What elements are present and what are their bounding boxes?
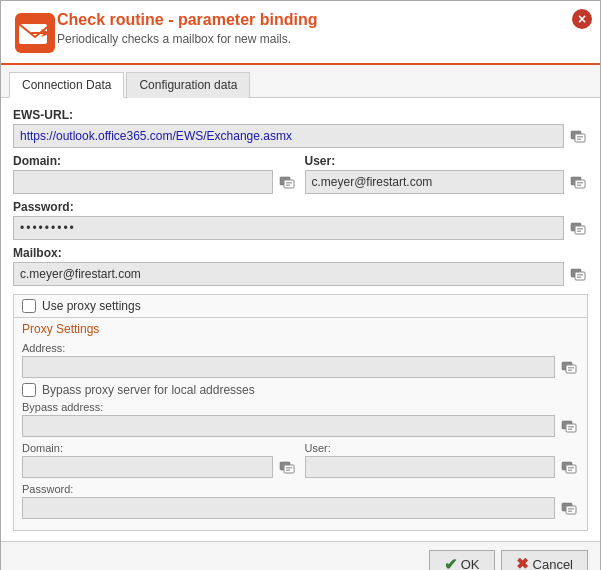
mailbox-group: Mailbox: [13,246,588,286]
svg-rect-17 [575,226,585,234]
proxy-user-row [305,456,580,478]
svg-rect-6 [577,136,583,138]
proxy-password-row [22,497,579,519]
ews-url-binding-icon[interactable] [568,126,588,146]
cancel-x-icon: ✖ [516,555,529,570]
use-proxy-checkbox[interactable] [22,299,36,313]
proxy-title: Proxy Settings [14,318,587,338]
svg-rect-39 [568,470,572,472]
proxy-domain-label: Domain: [22,442,297,454]
svg-rect-7 [577,139,581,141]
svg-rect-35 [286,470,290,472]
dialog-subtitle: Periodically checks a mailbox for new ma… [57,32,588,46]
svg-rect-38 [568,467,574,469]
svg-rect-31 [568,429,572,431]
svg-rect-33 [284,465,294,473]
proxy-address-row [22,356,579,378]
bypass-address-row [22,415,579,437]
tab-configuration-data[interactable]: Configuration data [126,72,250,98]
user-label: User: [305,154,589,168]
bypass-proxy-row: Bypass proxy server for local addresses [22,383,579,397]
domain-input[interactable] [13,170,273,194]
domain-col: Domain: [13,154,297,194]
password-input[interactable] [13,216,564,240]
proxy-user-input[interactable] [305,456,556,478]
proxy-domain-col: Domain: [22,442,297,483]
close-button[interactable]: × [572,9,592,29]
dialog-title: Check routine - parameter binding [57,11,588,29]
svg-rect-5 [575,134,585,142]
password-group: Password: [13,200,588,240]
proxy-password-label: Password: [22,483,579,495]
svg-rect-23 [577,277,581,279]
tab-bar: Connection Data Configuration data [1,65,600,98]
proxy-password-binding-icon[interactable] [559,498,579,518]
dialog-header: Check routine - parameter binding Period… [1,1,600,65]
svg-rect-19 [577,231,581,233]
svg-rect-9 [284,180,294,188]
proxy-body: Proxy Settings Address: [14,317,587,530]
domain-user-group: Domain: User: [13,154,588,194]
domain-binding-icon[interactable] [277,172,297,192]
svg-rect-27 [568,370,572,372]
proxy-user-label: User: [305,442,580,454]
svg-rect-13 [575,180,585,188]
proxy-inner: Address: [14,338,587,530]
ok-label: OK [461,557,480,571]
mailbox-label: Mailbox: [13,246,588,260]
bypass-address-label: Bypass address: [22,401,579,413]
password-binding-icon[interactable] [568,218,588,238]
password-label: Password: [13,200,588,214]
svg-rect-10 [286,182,292,184]
check-icon: ✔ [444,555,457,571]
user-binding-icon[interactable] [568,172,588,192]
mailbox-input[interactable] [13,262,564,286]
dialog: Check routine - parameter binding Period… [0,0,601,570]
svg-rect-3 [31,32,45,34]
proxy-domain-row [22,456,297,478]
proxy-domain-user-group: Domain: [22,442,579,483]
header-text: Check routine - parameter binding Period… [57,11,588,46]
cancel-label: Cancel [533,557,573,571]
svg-rect-29 [566,424,576,432]
svg-rect-18 [577,228,583,230]
proxy-user-binding-icon[interactable] [559,457,579,477]
svg-rect-30 [568,426,574,428]
ok-button[interactable]: ✔ OK [429,550,495,570]
bypass-proxy-checkbox[interactable] [22,383,36,397]
mailbox-row [13,262,588,286]
tab-connection-data[interactable]: Connection Data [9,72,124,98]
ews-url-row [13,124,588,148]
svg-rect-41 [566,506,576,514]
password-row [13,216,588,240]
ews-url-input[interactable] [13,124,564,148]
cancel-button[interactable]: ✖ Cancel [501,550,588,570]
proxy-address-input[interactable] [22,356,555,378]
bypass-address-input[interactable] [22,415,555,437]
svg-rect-15 [577,185,581,187]
svg-rect-34 [286,467,292,469]
bypass-proxy-label: Bypass proxy server for local addresses [42,383,255,397]
domain-label: Domain: [13,154,297,168]
use-proxy-row: Use proxy settings [14,295,587,317]
svg-rect-26 [568,367,574,369]
dialog-body: EWS-URL: Domain: [1,98,600,541]
domain-row [13,170,297,194]
proxy-user-col: User: [305,442,580,483]
user-input[interactable] [305,170,565,194]
use-proxy-label: Use proxy settings [42,299,141,313]
ews-url-label: EWS-URL: [13,108,588,122]
proxy-address-binding-icon[interactable] [559,357,579,377]
svg-rect-43 [568,511,572,513]
proxy-domain-binding-icon[interactable] [277,457,297,477]
svg-rect-37 [566,465,576,473]
proxy-domain-input[interactable] [22,456,273,478]
proxy-password-input[interactable] [22,497,555,519]
proxy-address-label: Address: [22,342,579,354]
mailbox-binding-icon[interactable] [568,264,588,284]
user-row [305,170,589,194]
svg-rect-25 [566,365,576,373]
proxy-section: Use proxy settings Proxy Settings Addres… [13,294,588,531]
bypass-address-binding-icon[interactable] [559,416,579,436]
close-icon[interactable]: × [572,9,592,29]
